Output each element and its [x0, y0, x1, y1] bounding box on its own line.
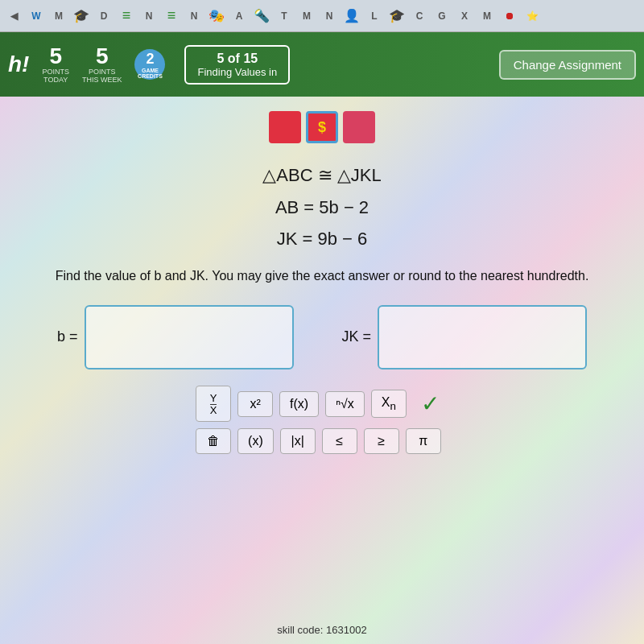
tab-menu2[interactable]: ≡ — [161, 6, 182, 27]
points-today-label: POINTSTODAY — [42, 68, 69, 84]
tab-mask[interactable]: 🎭 — [206, 6, 227, 27]
tab-n2[interactable]: N — [184, 6, 204, 27]
keyboard-row-1: Y X x² f(x) ⁿ√x Xn ✓ — [196, 386, 448, 423]
problem-line2: AB = 5b − 2 — [262, 192, 381, 224]
keyboard-row-2: 🗑 (x) |x| ≤ ≥ π — [196, 428, 441, 454]
tab-l[interactable]: L — [364, 6, 385, 27]
jk-input[interactable] — [378, 305, 587, 369]
tab-n3[interactable]: N — [319, 6, 340, 27]
tab-back[interactable]: ◀ — [3, 6, 24, 27]
tab-c[interactable]: C — [409, 6, 430, 27]
kb-abs-btn[interactable]: |x| — [280, 428, 316, 454]
tab-t[interactable]: T — [274, 6, 295, 27]
points-week-label: POINTSTHIS WEEK — [82, 68, 122, 84]
kb-func-btn[interactable]: f(x) — [279, 391, 319, 417]
progress-sub: Finding Values in — [197, 66, 277, 78]
tab-a[interactable]: A — [229, 6, 250, 27]
tab-grad2[interactable]: 🎓 — [386, 6, 407, 27]
answer-icons-row: $ — [269, 111, 375, 143]
kb-leq-btn[interactable]: ≤ — [322, 428, 357, 454]
points-week-value: 5 — [96, 45, 109, 68]
math-problem-display: △ABC ≅ △JKL AB = 5b − 2 JK = 9b − 6 — [262, 159, 381, 255]
progress-box: 5 of 15 Finding Values in — [184, 45, 290, 85]
tab-m3[interactable]: M — [477, 6, 497, 27]
kb-geq-btn[interactable]: ≥ — [364, 428, 399, 454]
problem-instructions: Find the value of b and JK. You may give… — [56, 266, 589, 286]
header-bar: h! 5 POINTSTODAY 5 POINTSTHIS WEEK 2 GAM… — [0, 32, 644, 97]
tab-m2[interactable]: M — [296, 6, 317, 27]
game-credits-label: GAMECREDITS — [138, 68, 163, 79]
tab-x[interactable]: X — [454, 6, 475, 27]
progress-main: 5 of 15 — [197, 52, 277, 66]
points-today-block: 5 POINTSTODAY — [42, 45, 69, 84]
tab-n1[interactable]: N — [138, 6, 159, 27]
tab-torch[interactable]: 🔦 — [251, 6, 272, 27]
brand-logo: h! — [8, 52, 29, 77]
kb-delete-btn[interactable]: 🗑 — [196, 428, 231, 454]
math-keyboard: Y X x² f(x) ⁿ√x Xn ✓ 🗑 (x) |x| ≤ ≥ π — [196, 386, 448, 455]
points-week-block: 5 POINTSTHIS WEEK — [82, 45, 122, 84]
tab-menu1[interactable]: ≡ — [116, 6, 137, 27]
points-today-value: 5 — [49, 45, 62, 68]
tab-person[interactable]: 👤 — [341, 6, 362, 27]
jk-input-group: JK = — [342, 305, 588, 369]
game-credits-value: 2 — [146, 51, 154, 68]
answer-icon-pink[interactable] — [343, 111, 375, 143]
answer-icon-dollar[interactable]: $ — [306, 111, 338, 143]
kb-check-btn[interactable]: ✓ — [413, 387, 448, 420]
skill-code: skill code: 1631002 — [277, 624, 366, 636]
kb-fraction-btn[interactable]: Y X — [196, 386, 231, 423]
tab-rec[interactable]: ⏺ — [499, 6, 520, 27]
game-credits-badge: 2 GAMECREDITS — [134, 49, 165, 80]
kb-pi-btn[interactable]: π — [406, 428, 441, 454]
kb-subscript-btn[interactable]: Xn — [371, 390, 407, 418]
input-row: b = JK = — [57, 305, 587, 369]
b-input[interactable] — [85, 305, 294, 369]
b-input-group: b = — [57, 305, 294, 369]
main-content: $ △ABC ≅ △JKL AB = 5b − 2 JK = 9b − 6 Fi… — [0, 97, 644, 644]
kb-paren-btn[interactable]: (x) — [237, 428, 274, 454]
tab-grad1[interactable]: 🎓 — [71, 6, 92, 27]
kb-root-btn[interactable]: ⁿ√x — [325, 391, 365, 417]
tab-star[interactable]: ⭐ — [522, 6, 543, 27]
answer-icon-red[interactable] — [269, 111, 301, 143]
tab-m1[interactable]: M — [48, 6, 69, 27]
kb-power-btn[interactable]: x² — [237, 391, 273, 417]
tab-d[interactable]: D — [93, 6, 114, 27]
jk-label: JK = — [342, 328, 372, 345]
problem-line3: JK = 9b − 6 — [262, 223, 381, 255]
problem-line1: △ABC ≅ △JKL — [262, 159, 381, 192]
tab-g[interactable]: G — [431, 6, 452, 27]
change-assignment-button[interactable]: Change Assignment — [499, 50, 636, 80]
tab-w[interactable]: W — [26, 6, 47, 27]
tab-bar: ◀ W M 🎓 D ≡ N ≡ N 🎭 A 🔦 T M N 👤 L 🎓 C G … — [0, 0, 644, 32]
b-label: b = — [57, 328, 78, 345]
